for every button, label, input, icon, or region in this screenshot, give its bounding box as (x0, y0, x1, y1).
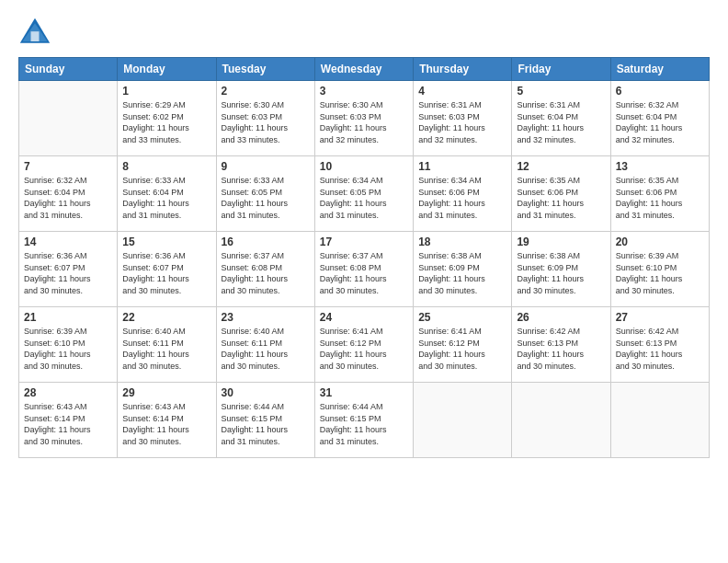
day-number: 13 (616, 160, 704, 173)
calendar-cell: 20Sunrise: 6:39 AMSunset: 6:10 PMDayligh… (610, 232, 709, 307)
day-number: 18 (418, 236, 506, 248)
day-info: Sunrise: 6:36 AMSunset: 6:07 PMDaylight:… (122, 250, 210, 296)
day-number: 8 (122, 160, 210, 173)
calendar-cell: 21Sunrise: 6:39 AMSunset: 6:10 PMDayligh… (19, 307, 118, 383)
day-info: Sunrise: 6:40 AMSunset: 6:11 PMDaylight:… (122, 326, 210, 372)
day-number: 30 (222, 386, 310, 399)
weekday-row: SundayMondayTuesdayWednesdayThursdayFrid… (19, 58, 710, 81)
day-number: 28 (24, 386, 112, 399)
header (18, 17, 710, 50)
calendar-week-row: 1Sunrise: 6:29 AMSunset: 6:02 PMDaylight… (19, 81, 710, 156)
day-info: Sunrise: 6:43 AMSunset: 6:14 PMDaylight:… (24, 401, 112, 447)
day-number: 6 (616, 85, 704, 98)
day-number: 15 (122, 236, 210, 248)
calendar-cell: 13Sunrise: 6:35 AMSunset: 6:06 PMDayligh… (610, 156, 709, 232)
day-number: 27 (616, 311, 704, 324)
day-number: 14 (24, 236, 112, 248)
calendar-cell: 14Sunrise: 6:36 AMSunset: 6:07 PMDayligh… (19, 232, 118, 307)
day-info: Sunrise: 6:33 AMSunset: 6:05 PMDaylight:… (222, 175, 310, 221)
day-info: Sunrise: 6:39 AMSunset: 6:10 PMDaylight:… (616, 250, 704, 296)
calendar-cell: 28Sunrise: 6:43 AMSunset: 6:14 PMDayligh… (19, 383, 118, 458)
calendar-cell: 7Sunrise: 6:32 AMSunset: 6:04 PMDaylight… (19, 156, 118, 232)
day-number: 17 (320, 236, 408, 248)
calendar-cell: 22Sunrise: 6:40 AMSunset: 6:11 PMDayligh… (118, 307, 216, 383)
day-number: 21 (24, 311, 112, 324)
logo-icon (18, 17, 51, 50)
day-info: Sunrise: 6:31 AMSunset: 6:03 PMDaylight:… (418, 99, 506, 145)
calendar-cell: 9Sunrise: 6:33 AMSunset: 6:05 PMDaylight… (216, 156, 314, 232)
day-info: Sunrise: 6:34 AMSunset: 6:06 PMDaylight:… (418, 175, 506, 221)
day-info: Sunrise: 6:30 AMSunset: 6:03 PMDaylight:… (222, 99, 310, 145)
calendar-cell (610, 383, 709, 458)
calendar-cell: 25Sunrise: 6:41 AMSunset: 6:12 PMDayligh… (414, 307, 512, 383)
day-info: Sunrise: 6:36 AMSunset: 6:07 PMDaylight:… (24, 250, 112, 296)
day-number: 25 (418, 311, 506, 324)
calendar-week-row: 21Sunrise: 6:39 AMSunset: 6:10 PMDayligh… (19, 307, 710, 383)
day-number: 26 (517, 311, 605, 324)
day-number: 20 (616, 236, 704, 248)
day-number: 23 (222, 311, 310, 324)
day-number: 22 (122, 311, 210, 324)
weekday-header: Monday (118, 58, 216, 81)
calendar-cell: 26Sunrise: 6:42 AMSunset: 6:13 PMDayligh… (512, 307, 610, 383)
calendar-cell: 3Sunrise: 6:30 AMSunset: 6:03 PMDaylight… (314, 81, 413, 156)
calendar-week-row: 7Sunrise: 6:32 AMSunset: 6:04 PMDaylight… (19, 156, 710, 232)
svg-rect-2 (31, 31, 40, 41)
day-info: Sunrise: 6:32 AMSunset: 6:04 PMDaylight:… (24, 175, 112, 221)
day-number: 7 (24, 160, 112, 173)
day-info: Sunrise: 6:35 AMSunset: 6:06 PMDaylight:… (517, 175, 605, 221)
calendar-cell: 11Sunrise: 6:34 AMSunset: 6:06 PMDayligh… (414, 156, 512, 232)
calendar-cell: 12Sunrise: 6:35 AMSunset: 6:06 PMDayligh… (512, 156, 610, 232)
day-number: 12 (517, 160, 605, 173)
logo (18, 17, 55, 50)
day-info: Sunrise: 6:43 AMSunset: 6:14 PMDaylight:… (122, 401, 210, 447)
calendar-cell: 5Sunrise: 6:31 AMSunset: 6:04 PMDaylight… (512, 81, 610, 156)
weekday-header: Thursday (414, 58, 512, 81)
calendar-cell: 31Sunrise: 6:44 AMSunset: 6:15 PMDayligh… (314, 383, 413, 458)
page: SundayMondayTuesdayWednesdayThursdayFrid… (0, 0, 728, 563)
calendar-cell: 15Sunrise: 6:36 AMSunset: 6:07 PMDayligh… (118, 232, 216, 307)
day-info: Sunrise: 6:34 AMSunset: 6:05 PMDaylight:… (320, 175, 408, 221)
day-number: 1 (122, 85, 210, 98)
day-number: 3 (320, 85, 408, 98)
calendar-cell: 8Sunrise: 6:33 AMSunset: 6:04 PMDaylight… (118, 156, 216, 232)
day-number: 9 (222, 160, 310, 173)
day-info: Sunrise: 6:38 AMSunset: 6:09 PMDaylight:… (418, 250, 506, 296)
weekday-header: Wednesday (314, 58, 413, 81)
calendar-table: SundayMondayTuesdayWednesdayThursdayFrid… (18, 57, 710, 458)
day-info: Sunrise: 6:39 AMSunset: 6:10 PMDaylight:… (24, 326, 112, 372)
calendar-cell: 6Sunrise: 6:32 AMSunset: 6:04 PMDaylight… (610, 81, 709, 156)
weekday-header: Friday (512, 58, 610, 81)
calendar-cell (512, 383, 610, 458)
day-number: 11 (418, 160, 506, 173)
calendar-week-row: 28Sunrise: 6:43 AMSunset: 6:14 PMDayligh… (19, 383, 710, 458)
calendar-cell: 1Sunrise: 6:29 AMSunset: 6:02 PMDaylight… (118, 81, 216, 156)
day-info: Sunrise: 6:40 AMSunset: 6:11 PMDaylight:… (222, 326, 310, 372)
day-info: Sunrise: 6:41 AMSunset: 6:12 PMDaylight:… (418, 326, 506, 372)
calendar-cell: 23Sunrise: 6:40 AMSunset: 6:11 PMDayligh… (216, 307, 314, 383)
calendar-cell: 17Sunrise: 6:37 AMSunset: 6:08 PMDayligh… (314, 232, 413, 307)
day-info: Sunrise: 6:30 AMSunset: 6:03 PMDaylight:… (320, 99, 408, 145)
calendar-cell: 24Sunrise: 6:41 AMSunset: 6:12 PMDayligh… (314, 307, 413, 383)
day-number: 19 (517, 236, 605, 248)
calendar-body: 1Sunrise: 6:29 AMSunset: 6:02 PMDaylight… (19, 81, 710, 458)
day-info: Sunrise: 6:42 AMSunset: 6:13 PMDaylight:… (616, 326, 704, 372)
calendar-cell: 18Sunrise: 6:38 AMSunset: 6:09 PMDayligh… (414, 232, 512, 307)
day-number: 31 (320, 386, 408, 399)
day-number: 24 (320, 311, 408, 324)
day-number: 5 (517, 85, 605, 98)
day-info: Sunrise: 6:29 AMSunset: 6:02 PMDaylight:… (122, 99, 210, 145)
calendar-cell (19, 81, 118, 156)
day-number: 10 (320, 160, 408, 173)
weekday-header: Saturday (610, 58, 709, 81)
day-info: Sunrise: 6:41 AMSunset: 6:12 PMDaylight:… (320, 326, 408, 372)
day-number: 29 (122, 386, 210, 399)
calendar-week-row: 14Sunrise: 6:36 AMSunset: 6:07 PMDayligh… (19, 232, 710, 307)
day-info: Sunrise: 6:35 AMSunset: 6:06 PMDaylight:… (616, 175, 704, 221)
day-info: Sunrise: 6:44 AMSunset: 6:15 PMDaylight:… (320, 401, 408, 447)
day-info: Sunrise: 6:32 AMSunset: 6:04 PMDaylight:… (616, 99, 704, 145)
day-number: 16 (222, 236, 310, 248)
day-number: 2 (222, 85, 310, 98)
calendar-cell: 29Sunrise: 6:43 AMSunset: 6:14 PMDayligh… (118, 383, 216, 458)
weekday-header: Tuesday (216, 58, 314, 81)
